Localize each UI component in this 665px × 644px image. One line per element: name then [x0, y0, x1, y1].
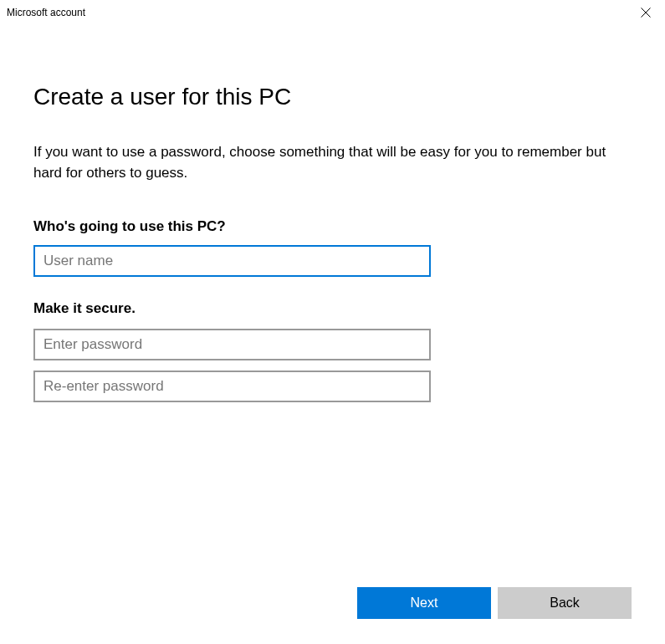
password-input[interactable] — [33, 329, 431, 360]
next-button[interactable]: Next — [357, 587, 491, 619]
close-button[interactable] — [627, 0, 665, 25]
back-button[interactable]: Back — [498, 587, 632, 619]
page-heading: Create a user for this PC — [33, 84, 632, 110]
confirm-password-input[interactable] — [33, 371, 431, 402]
titlebar: Microsoft account — [0, 0, 665, 25]
footer-buttons: Next Back — [357, 587, 632, 619]
secure-section-label: Make it secure. — [33, 300, 632, 317]
username-input[interactable] — [33, 245, 431, 277]
close-icon — [641, 8, 651, 18]
page-description: If you want to use a password, choose so… — [33, 142, 632, 183]
username-section-label: Who's going to use this PC? — [33, 218, 632, 235]
window-title: Microsoft account — [7, 7, 85, 18]
main-content: Create a user for this PC If you want to… — [0, 25, 665, 402]
